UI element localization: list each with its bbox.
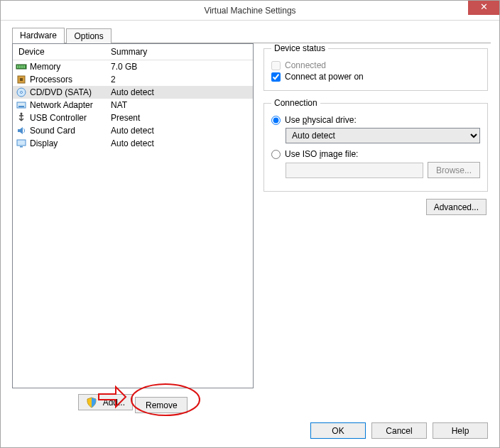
window-title: Virtual Machine Settings <box>1 1 499 20</box>
device-name: CD/DVD (SATA) <box>30 87 107 97</box>
svg-point-8 <box>21 92 23 94</box>
nic-icon <box>16 99 27 111</box>
usb-icon <box>16 112 27 124</box>
svg-rect-2 <box>19 65 21 68</box>
add-button-label: Add... <box>103 398 125 408</box>
svg-rect-3 <box>21 65 23 68</box>
device-row[interactable]: Memory7.0 GB <box>13 60 253 73</box>
device-summary: NAT <box>107 100 250 110</box>
device-list: Device Summary Memory7.0 GBProcessors2CD… <box>12 43 254 388</box>
svg-point-11 <box>21 113 23 115</box>
svg-rect-6 <box>20 78 23 81</box>
device-row[interactable]: CD/DVD (SATA)Auto detect <box>13 86 253 99</box>
tab-hardware[interactable]: Hardware <box>12 28 65 43</box>
use-physical-radio[interactable] <box>271 116 281 125</box>
display-icon <box>16 138 27 149</box>
device-name: Sound Card <box>30 126 107 136</box>
device-summary: Auto detect <box>107 138 250 148</box>
browse-button: Browse... <box>428 162 480 178</box>
add-button[interactable]: Add... <box>78 394 133 410</box>
svg-rect-13 <box>20 146 23 148</box>
connected-checkbox <box>271 61 281 70</box>
left-pane: Device Summary Memory7.0 GBProcessors2CD… <box>12 43 254 413</box>
right-pane: Device status Connected Connect at power… <box>263 43 488 413</box>
iso-combo-row: Browse... <box>286 162 480 178</box>
connection-group: Connection Use physical drive: Auto dete… <box>263 98 488 192</box>
content: Device Summary Memory7.0 GBProcessors2CD… <box>12 43 488 413</box>
footer: OK Cancel Help <box>310 422 488 439</box>
physical-drive-combo-row: Auto detect <box>286 128 480 143</box>
device-row[interactable]: Sound CardAuto detect <box>13 124 253 137</box>
iso-path-input <box>286 163 423 178</box>
memory-icon <box>16 61 27 72</box>
device-row[interactable]: USB ControllerPresent <box>13 111 253 124</box>
close-button[interactable]: ✕ <box>468 1 499 15</box>
tab-options[interactable]: Options <box>66 28 111 43</box>
sound-icon <box>16 125 27 136</box>
use-physical-row[interactable]: Use physical drive: <box>271 115 480 125</box>
device-status-legend: Device status <box>271 43 328 53</box>
connected-label: Connected <box>285 60 326 70</box>
remove-button[interactable]: Remove <box>135 397 188 413</box>
help-button[interactable]: Help <box>433 422 488 439</box>
power-on-label: Connect at power on <box>285 72 364 82</box>
device-summary: Present <box>107 113 250 123</box>
cancel-button[interactable]: Cancel <box>371 422 427 439</box>
cpu-icon <box>16 74 27 85</box>
svg-rect-10 <box>18 106 24 107</box>
list-header: Device Summary <box>13 44 253 60</box>
device-summary: 2 <box>107 75 250 84</box>
use-iso-row[interactable]: Use ISO image file: <box>271 149 480 159</box>
use-iso-radio[interactable] <box>271 150 281 159</box>
shield-icon <box>86 397 97 408</box>
tabstrip: Hardware Options <box>12 28 499 43</box>
device-row[interactable]: Processors2 <box>13 73 253 86</box>
device-name: Network Adapter <box>30 100 107 110</box>
left-buttons: Add... Remove <box>12 394 254 413</box>
power-on-checkbox[interactable] <box>271 72 281 82</box>
titlebar: Virtual Machine Settings ✕ <box>1 1 499 21</box>
device-summary: Auto detect <box>107 126 250 136</box>
connection-legend: Connection <box>271 98 320 108</box>
use-physical-label: Use physical drive: <box>285 115 357 125</box>
ok-button[interactable]: OK <box>310 422 366 439</box>
advanced-button-label: Advanced... <box>434 202 479 212</box>
device-row[interactable]: DisplayAuto detect <box>13 137 253 150</box>
browse-button-label: Browse... <box>436 165 472 175</box>
device-name: Memory <box>30 62 107 72</box>
device-name: Processors <box>30 75 107 84</box>
device-row[interactable]: Network AdapterNAT <box>13 99 253 111</box>
disc-icon <box>16 87 27 98</box>
column-header-device[interactable]: Device <box>13 44 105 60</box>
device-summary: 7.0 GB <box>107 62 250 72</box>
device-name: USB Controller <box>30 113 107 123</box>
device-summary: Auto detect <box>107 87 250 97</box>
svg-rect-12 <box>17 140 26 146</box>
connected-row: Connected <box>271 60 480 70</box>
svg-rect-1 <box>17 65 18 68</box>
power-on-row[interactable]: Connect at power on <box>271 72 480 82</box>
use-iso-label: Use ISO image file: <box>285 149 358 159</box>
advanced-button[interactable]: Advanced... <box>426 199 487 215</box>
device-name: Display <box>30 138 107 148</box>
advanced-row: Advanced... <box>263 199 487 215</box>
column-header-summary[interactable]: Summary <box>105 44 253 60</box>
remove-button-label: Remove <box>146 400 178 410</box>
device-status-group: Device status Connected Connect at power… <box>263 43 488 91</box>
window: Virtual Machine Settings ✕ Hardware Opti… <box>0 0 500 448</box>
svg-rect-4 <box>23 65 25 68</box>
list-body: Memory7.0 GBProcessors2CD/DVD (SATA)Auto… <box>13 60 253 150</box>
physical-drive-select[interactable]: Auto detect <box>286 128 480 143</box>
